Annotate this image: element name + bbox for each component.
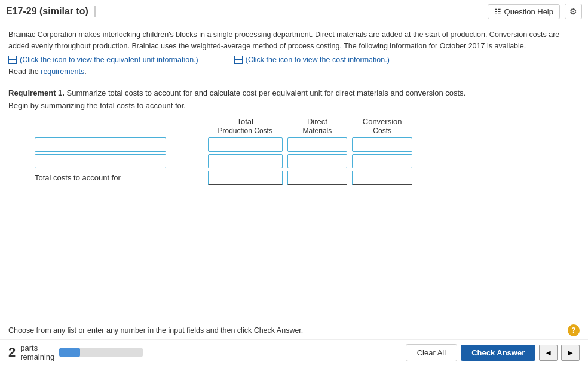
col-total-header: Total Production Costs [206,116,285,136]
header-right: ☷ Question Help ⚙ [488,4,582,19]
link1-text: (Click the icon to view the equivalent u… [20,56,198,64]
row2-direct-cell[interactable] [285,153,350,170]
description-text: Brainiac Corporation makes interlocking … [8,29,580,52]
action-bar: 2 parts remaining Clear All Check Answer… [0,340,588,365]
costs-table: Total Production Costs Direct Materials … [32,116,415,186]
total-production-input[interactable] [208,171,283,185]
requirements-link[interactable]: requirements [41,68,84,76]
icon-links: (Click the icon to view the equivalent u… [8,56,580,64]
instruction-text: Choose from any list or enter any number… [8,326,303,335]
bottom-bar: Choose from any list or enter any number… [0,321,588,365]
prev-button[interactable]: ◄ [539,345,558,361]
parts-text2: remaining [20,352,54,361]
row2-conversion-input[interactable] [352,154,412,168]
progress-bar-container [59,348,143,357]
link2-text: (Click the icon to view the cost informa… [246,56,390,64]
parts-text1: parts [20,343,54,352]
row1-label-cell[interactable] [32,136,206,153]
row1-total-input[interactable] [208,137,283,152]
total-label: Total costs to account for [32,170,206,186]
row2-label-cell[interactable] [32,153,206,170]
row1-direct-input[interactable] [287,137,348,152]
header-bar: E17-29 (similar to) ☷ Question Help ⚙ [0,0,588,23]
table-row [32,153,415,170]
total-row: Total costs to account for [32,170,415,186]
row1-conversion-input[interactable] [352,137,412,152]
table-icon-1 [8,56,17,64]
row1-label-input[interactable] [35,137,166,152]
list-icon: ☷ [494,7,501,16]
question-help-button[interactable]: ☷ Question Help [488,4,560,19]
col-direct-header: Direct Materials [285,116,350,136]
instruction-bar: Choose from any list or enter any number… [0,321,588,340]
row1-total-cell[interactable] [206,136,285,153]
col-label-header [32,116,206,136]
row1-conversion-cell[interactable] [350,136,415,153]
page-title: E17-29 (similar to) [6,6,96,17]
row2-total-cell[interactable] [206,153,285,170]
progress-bar-fill [59,348,80,357]
row1-direct-cell[interactable] [285,136,350,153]
gear-icon: ⚙ [569,7,577,16]
total-conversion-input[interactable] [352,171,412,185]
parts-text-block: parts remaining [20,343,54,361]
table-row [32,136,415,153]
question-help-label: Question Help [504,7,553,16]
total-direct-input[interactable] [287,171,348,185]
help-button[interactable]: ? [568,324,580,336]
table-icon-2 [234,56,243,64]
col-conversion-header: Conversion Costs [350,116,415,136]
row2-conversion-cell[interactable] [350,153,415,170]
equivalent-unit-link[interactable]: (Click the icon to view the equivalent u… [8,56,198,64]
action-buttons: Clear All Check Answer ◄ ► [406,344,580,361]
row2-direct-input[interactable] [287,154,348,168]
next-button[interactable]: ► [561,345,580,361]
sub-heading: Begin by summarizing the total costs to … [8,101,580,110]
requirements-line: Read the requirements. [8,68,580,76]
cost-info-link[interactable]: (Click the icon to view the cost informa… [234,56,390,64]
description-area: Brainiac Corporation makes interlocking … [0,23,588,82]
check-answer-button[interactable]: Check Answer [461,345,535,361]
row2-label-input[interactable] [35,154,166,168]
parts-info: 2 parts remaining [8,343,143,361]
requirement-heading: Requirement 1. Summarize total costs to … [8,88,580,97]
gear-button[interactable]: ⚙ [565,4,582,19]
parts-number: 2 [8,346,16,359]
clear-all-button[interactable]: Clear All [406,344,457,361]
main-content: Requirement 1. Summarize total costs to … [0,82,588,192]
row2-total-input[interactable] [208,154,283,168]
